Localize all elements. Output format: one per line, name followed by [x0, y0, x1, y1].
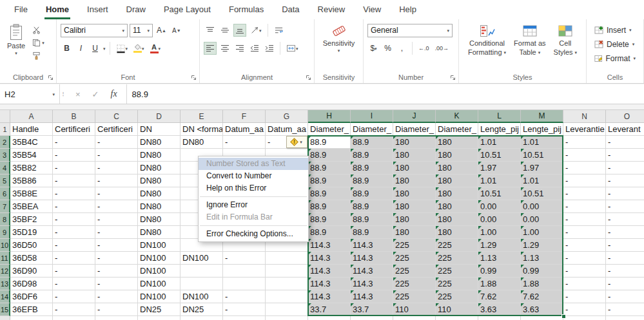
cell-B2[interactable]: -: [53, 136, 95, 149]
cell-M13[interactable]: 1.88: [521, 278, 563, 290]
column-header-K[interactable]: K: [436, 110, 478, 123]
tab-view[interactable]: View: [354, 0, 390, 19]
insert-cells-button[interactable]: Insert ▾: [590, 23, 639, 37]
cell-B6[interactable]: -: [53, 187, 95, 200]
tab-home[interactable]: Home: [37, 0, 78, 19]
cell-G11[interactable]: [266, 252, 308, 265]
align-top-button[interactable]: [204, 24, 217, 37]
cell-N3[interactable]: -: [563, 149, 606, 162]
cell-M5[interactable]: 1.01: [521, 174, 563, 187]
row-header-10[interactable]: 10: [0, 239, 10, 252]
comma-style-button[interactable]: ,: [396, 42, 408, 55]
cell-N4[interactable]: -: [563, 162, 606, 174]
column-header-E[interactable]: E: [181, 110, 223, 123]
cell-F11[interactable]: -: [223, 252, 266, 265]
clipboard-dialog-launcher[interactable]: [48, 75, 54, 80]
menu-item-error-checking-options[interactable]: Error Checking Options...: [199, 228, 308, 240]
increase-indent-button[interactable]: [263, 42, 276, 55]
menu-item-ignore-error[interactable]: Ignore Error: [199, 199, 308, 211]
cell-O3[interactable]: -: [606, 149, 644, 162]
cell-H4[interactable]: 88.9: [308, 162, 351, 174]
cell-J1[interactable]: Diameter_: [393, 123, 436, 136]
cell-E15[interactable]: DN25: [181, 303, 223, 316]
cell-A5[interactable]: 35B86: [10, 174, 53, 187]
cell-B12[interactable]: -: [53, 265, 95, 278]
row-header-2[interactable]: 2: [0, 136, 10, 149]
cell-O11[interactable]: -: [606, 252, 644, 265]
font-dialog-launcher[interactable]: [191, 75, 197, 80]
cut-button[interactable]: [31, 24, 46, 35]
font-color-button[interactable]: A ▾: [148, 42, 163, 55]
cell-H5[interactable]: 88.9: [308, 174, 351, 187]
cell-B3[interactable]: -: [53, 149, 95, 162]
cell-D14[interactable]: DN100: [138, 290, 181, 303]
italic-button[interactable]: I: [75, 42, 87, 55]
formula-input[interactable]: 88.9: [127, 84, 644, 104]
align-center-button[interactable]: [219, 42, 231, 55]
align-middle-button[interactable]: [219, 24, 231, 37]
row-header-14[interactable]: 14: [0, 290, 10, 303]
cell-O5[interactable]: -: [606, 174, 644, 187]
cell-E13[interactable]: [181, 278, 223, 290]
cell-I8[interactable]: 88.9: [351, 213, 393, 226]
cell-F2[interactable]: -: [223, 136, 266, 149]
cell-J8[interactable]: 180: [393, 213, 436, 226]
cell-B13[interactable]: -: [53, 278, 95, 290]
cell-K1[interactable]: Diameter_: [436, 123, 478, 136]
cell-F14[interactable]: -: [223, 290, 266, 303]
cell-C10[interactable]: -: [95, 239, 138, 252]
cell-B15[interactable]: -: [53, 303, 95, 316]
row-header-11[interactable]: 11: [0, 252, 10, 265]
cell-I5[interactable]: 88.9: [351, 174, 393, 187]
cell-K10[interactable]: 225: [436, 239, 478, 252]
cell-M6[interactable]: 10.51: [521, 187, 563, 200]
cell-C12[interactable]: -: [95, 265, 138, 278]
cell-M16[interactable]: [521, 316, 563, 320]
cell-D6[interactable]: DN80: [138, 187, 181, 200]
cell-K15[interactable]: 110: [436, 303, 478, 316]
cell-O15[interactable]: -: [606, 303, 644, 316]
cell-J2[interactable]: 180: [393, 136, 436, 149]
cell-D3[interactable]: DN80: [138, 149, 181, 162]
cell-E12[interactable]: [181, 265, 223, 278]
column-header-G[interactable]: G: [266, 110, 308, 123]
tab-insert[interactable]: Insert: [78, 0, 117, 19]
row-header-15[interactable]: 15: [0, 303, 10, 316]
cell-C1[interactable]: Certificeri: [95, 123, 138, 136]
cell-I10[interactable]: 114.3: [351, 239, 393, 252]
cell-G14[interactable]: [266, 290, 308, 303]
tab-data[interactable]: Data: [273, 0, 308, 19]
cell-O12[interactable]: -: [606, 265, 644, 278]
align-bottom-button[interactable]: [233, 24, 246, 37]
column-header-N[interactable]: N: [563, 110, 606, 123]
tab-page-layout[interactable]: Page Layout: [155, 0, 220, 19]
row-header-8[interactable]: 8: [0, 213, 10, 226]
cell-M9[interactable]: 1.00: [521, 226, 563, 239]
cell-I12[interactable]: 114.3: [351, 265, 393, 278]
cell-H2[interactable]: 88.9: [308, 136, 351, 149]
cell-A3[interactable]: 35B54: [10, 149, 53, 162]
cell-C5[interactable]: -: [95, 174, 138, 187]
cell-A16[interactable]: [10, 316, 53, 320]
cell-L3[interactable]: 10.51: [478, 149, 521, 162]
cell-D8[interactable]: DN80: [138, 213, 181, 226]
cell-H16[interactable]: [308, 316, 351, 320]
cell-C7[interactable]: -: [95, 200, 138, 213]
cancel-icon[interactable]: ×: [75, 89, 81, 99]
cell-H12[interactable]: 114.3: [308, 265, 351, 278]
cell-E2[interactable]: DN80: [181, 136, 223, 149]
cell-E14[interactable]: DN100: [181, 290, 223, 303]
format-cells-button[interactable]: Format ▾: [590, 52, 639, 65]
cell-N1[interactable]: Leverantie: [563, 123, 606, 136]
cell-H10[interactable]: 114.3: [308, 239, 351, 252]
cell-O7[interactable]: -: [606, 200, 644, 213]
cell-B9[interactable]: -: [53, 226, 95, 239]
row-header-9[interactable]: 9: [0, 226, 10, 239]
cell-H11[interactable]: 114.3: [308, 252, 351, 265]
cell-L9[interactable]: 1.00: [478, 226, 521, 239]
cell-J12[interactable]: 225: [393, 265, 436, 278]
cell-B1[interactable]: Certificeri: [53, 123, 95, 136]
cell-L11[interactable]: 1.13: [478, 252, 521, 265]
cell-H8[interactable]: 88.9: [308, 213, 351, 226]
cell-B14[interactable]: -: [53, 290, 95, 303]
